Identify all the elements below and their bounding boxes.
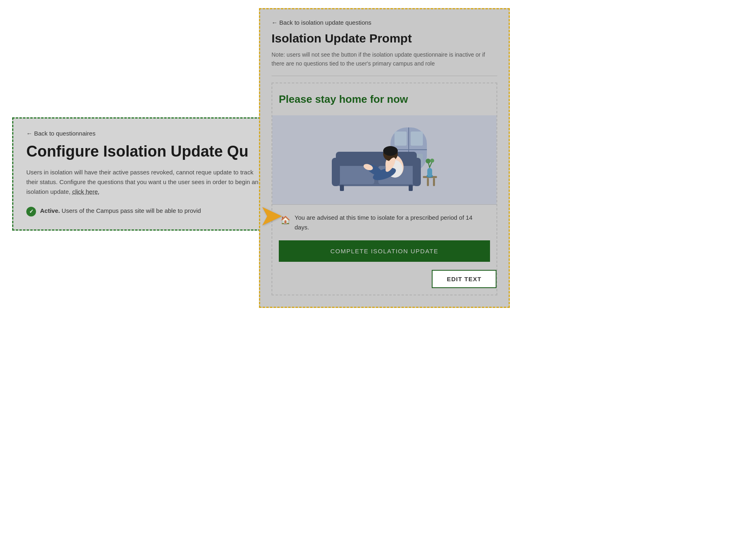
configure-title: Configure Isolation Update Qu xyxy=(26,143,261,160)
flow-arrow: ➤ xyxy=(259,198,283,232)
preview-heading: Please stay home for now xyxy=(272,93,496,106)
svg-rect-13 xyxy=(340,185,344,191)
svg-rect-5 xyxy=(395,132,407,146)
complete-isolation-button[interactable]: COMPLETE ISOLATION UPDATE xyxy=(279,240,490,262)
svg-rect-24 xyxy=(427,178,429,186)
active-status-badge: Active. Users of the Campus pass site wi… xyxy=(26,206,261,216)
advice-text-area: 🏠 You are advised at this time to isolat… xyxy=(272,204,496,240)
edit-text-button[interactable]: EDIT TEXT xyxy=(432,270,496,288)
svg-rect-11 xyxy=(332,158,340,186)
preview-content: 🏠 You are advised at this time to isolat… xyxy=(272,204,496,295)
back-to-isolation-link[interactable]: ← Back to isolation update questions xyxy=(272,19,497,26)
active-description: Users of the Campus pass site will be ab… xyxy=(60,207,201,214)
advice-text: You are advised at this time to isolate … xyxy=(295,213,488,232)
preview-card: Please stay home for now xyxy=(272,83,497,295)
svg-rect-6 xyxy=(411,132,423,146)
active-bold: Active. xyxy=(40,207,60,214)
svg-point-18 xyxy=(383,146,398,156)
svg-point-29 xyxy=(426,159,431,163)
svg-rect-14 xyxy=(409,185,413,191)
illustration-area xyxy=(272,115,496,204)
configure-description: Users in isolation will have their activ… xyxy=(26,168,261,197)
description-text: Users in isolation will have their activ… xyxy=(26,169,259,195)
configure-panel: ← Back to questionnaires Configure Isola… xyxy=(12,117,275,231)
active-status-text: Active. Users of the Campus pass site wi… xyxy=(40,206,201,216)
svg-rect-8 xyxy=(336,152,417,168)
isolation-prompt-title: Isolation Update Prompt xyxy=(272,32,497,45)
isolation-prompt-note: Note: users will not see the button if t… xyxy=(272,50,497,76)
isolation-update-prompt-panel: ← Back to isolation update questions Iso… xyxy=(259,8,510,308)
couch-illustration xyxy=(328,119,441,200)
svg-rect-12 xyxy=(413,158,421,186)
click-here-link[interactable]: click here. xyxy=(72,188,100,195)
svg-rect-25 xyxy=(433,178,435,186)
svg-rect-27 xyxy=(427,168,432,177)
back-link-text: ← Back to questionnaires xyxy=(26,130,95,137)
back-to-questionnaires-link[interactable]: ← Back to questionnaires xyxy=(26,130,261,137)
svg-point-31 xyxy=(430,159,434,163)
check-icon xyxy=(26,207,36,216)
bottom-row: EDIT TEXT xyxy=(272,270,496,288)
back-to-isolation-text: ← Back to isolation update questions xyxy=(272,19,371,26)
